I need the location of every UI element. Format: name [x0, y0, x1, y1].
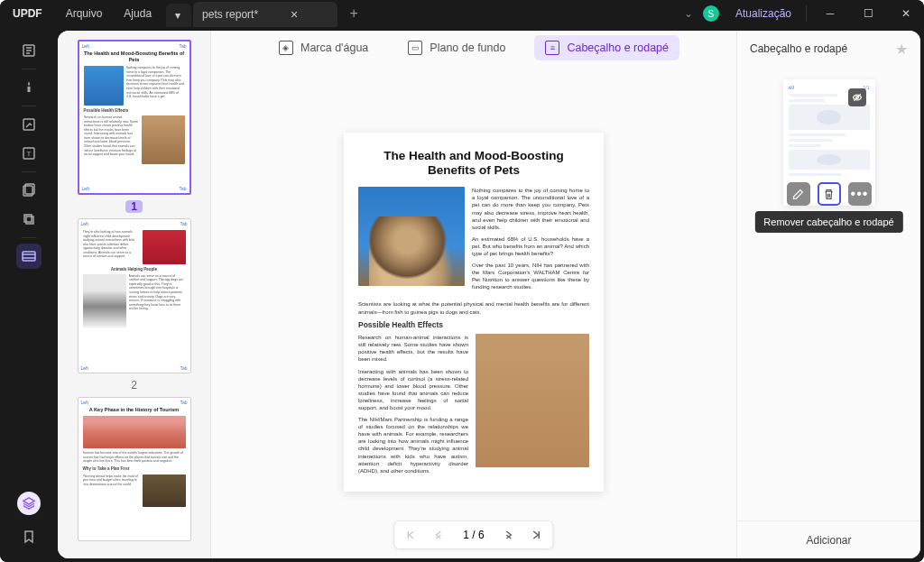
delete-button[interactable] — [818, 182, 841, 206]
menu-help[interactable]: Ajuda — [113, 7, 162, 20]
svg-text:T: T — [27, 150, 32, 158]
panel-title: Cabeçalho e rodapé — [750, 42, 847, 55]
svg-rect-4 — [28, 87, 31, 92]
page-tools-menu: ◈Marca d'água ▭Plano de fundo ≡Cabeçalho… — [211, 31, 736, 65]
layers-icon[interactable] — [17, 492, 41, 515]
nav-last[interactable] — [528, 526, 546, 544]
header-footer-button[interactable]: ≡Cabeçalho e rodapé — [534, 35, 679, 60]
right-panel: Cabeçalho e rodapé ★ aM1/1 — [736, 31, 920, 558]
tool-reader[interactable] — [16, 38, 42, 63]
preview-actions: ••• — [787, 182, 872, 206]
nav-next[interactable] — [501, 526, 519, 544]
app-logo: UPDF — [0, 7, 55, 20]
thumbnail-page-3[interactable]: LeftTab A Key Phase in the History of To… — [78, 397, 191, 541]
window-close[interactable]: ✕ — [888, 0, 924, 27]
svg-rect-10 — [24, 215, 32, 222]
background-button[interactable]: ▭Plano de fundo — [397, 35, 516, 60]
image-cat — [358, 187, 465, 286]
document-viewport: ◈Marca d'água ▭Plano de fundo ≡Cabeçalho… — [211, 31, 736, 558]
add-button[interactable]: Adicionar — [806, 534, 851, 547]
thumbnail-pane: LeftTab LeftTab The Health and Mood-Boos… — [58, 31, 211, 558]
bookmark-icon[interactable] — [16, 524, 42, 549]
star-icon[interactable]: ★ — [895, 41, 908, 58]
image-dog-cat — [476, 334, 589, 467]
left-tool-rail: T — [4, 31, 54, 558]
edit-button[interactable] — [787, 182, 810, 206]
window-maximize[interactable]: ☐ — [850, 0, 886, 27]
more-button[interactable]: ••• — [848, 182, 872, 206]
svg-rect-11 — [26, 217, 33, 224]
tool-organize[interactable] — [16, 178, 42, 203]
new-tab-button[interactable]: + — [343, 3, 365, 24]
watermark-button[interactable]: ◈Marca d'água — [268, 35, 379, 60]
background-icon: ▭ — [408, 41, 422, 55]
tab-empty[interactable]: ▾ — [166, 4, 191, 27]
page-navigation: 1 / 6 — [393, 521, 553, 549]
visibility-toggle-icon[interactable] — [848, 88, 866, 106]
window-minimize[interactable]: ─ — [812, 0, 848, 27]
tab-document[interactable]: pets report* × — [193, 2, 337, 27]
avatar[interactable]: S — [703, 5, 719, 22]
menu-file[interactable]: Arquivo — [55, 7, 114, 20]
thumbnail-page-1[interactable]: LeftTab LeftTab The Health and Mood-Boos… — [78, 40, 191, 195]
tool-comment[interactable] — [16, 75, 42, 100]
update-button[interactable]: Atualização — [726, 7, 800, 20]
titlebar: UPDF Arquivo Ajuda ▾ pets report* × + ⌄ … — [0, 0, 924, 27]
tool-edit[interactable] — [16, 112, 42, 137]
tool-crop[interactable] — [16, 207, 42, 232]
watermark-icon: ◈ — [279, 41, 293, 55]
svg-rect-12 — [23, 252, 35, 261]
nav-prev[interactable] — [429, 526, 447, 544]
close-icon[interactable]: × — [291, 7, 298, 22]
header-footer-icon: ≡ — [545, 41, 559, 55]
nav-first[interactable] — [402, 526, 420, 544]
tool-ocr[interactable]: T — [16, 141, 42, 166]
tooltip: Remover cabeçalho e rodapé — [754, 211, 902, 233]
page-counter: 1 / 6 — [456, 529, 491, 541]
page-content: The Health and Mood-Boosting Benefits of… — [344, 133, 604, 492]
tool-page-tools[interactable] — [16, 244, 42, 269]
thumbnail-number-1: 1 — [125, 200, 143, 213]
chevron-down-icon[interactable]: ⌄ — [676, 7, 701, 20]
thumbnail-page-2[interactable]: LeftTab LeftTab They're also looking at … — [78, 218, 191, 373]
chevron-down-icon: ▾ — [175, 9, 180, 22]
thumbnail-number-2: 2 — [131, 379, 137, 392]
tab-bar: ▾ pets report* × — [166, 0, 337, 27]
tab-title: pets report* — [202, 8, 258, 21]
